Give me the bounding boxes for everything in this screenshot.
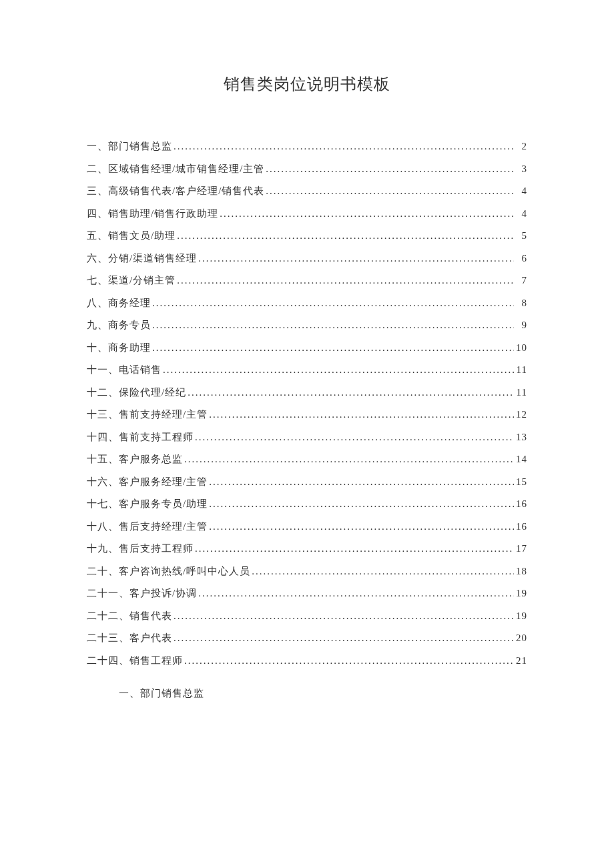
toc-entry: 二十、客户咨询热线/呼叫中心人员18: [87, 566, 527, 576]
toc-leader: [183, 656, 514, 666]
toc-page: 9: [514, 320, 527, 330]
toc-entry: 二、区域销售经理/城市销售经理/主管3: [87, 164, 527, 174]
toc-leader: [176, 276, 514, 286]
toc-label: 一、部门销售总监: [87, 141, 172, 151]
toc-entry: 十九、售后支持工程师17: [87, 544, 527, 554]
toc-entry: 二十四、销售工程师21: [87, 656, 527, 666]
toc-label: 二十一、客户投诉/协调: [87, 588, 197, 598]
toc-entry: 二十三、客户代表20: [87, 633, 527, 643]
toc-label: 十四、售前支持工程师: [87, 432, 194, 442]
toc-entry: 四、销售助理/销售行政助理4: [87, 209, 527, 219]
toc-label: 九、商务专员: [87, 320, 151, 330]
toc-label: 十三、售前支持经理/主管: [87, 410, 208, 420]
toc-label: 二十四、销售工程师: [87, 656, 183, 666]
section-heading: 一、部门销售总监: [87, 687, 527, 700]
toc-entry: 五、销售文员/助理5: [87, 231, 527, 241]
toc-entry: 三、高级销售代表/客户经理/销售代表4: [87, 186, 527, 196]
toc-leader: [186, 388, 514, 398]
toc-entry: 十六、客户服务经理/主管15: [87, 477, 527, 487]
toc-page: 2: [514, 141, 527, 151]
toc-leader: [183, 454, 514, 464]
toc-label: 十一、电话销售: [87, 365, 162, 375]
toc-page: 11: [514, 388, 527, 398]
toc-label: 七、渠道/分销主管: [87, 276, 176, 286]
toc-label: 二十、客户咨询热线/呼叫中心人员: [87, 566, 250, 576]
toc-page: 21: [514, 656, 527, 666]
toc-page: 4: [514, 186, 527, 196]
toc-entry: 二十二、销售代表19: [87, 611, 527, 621]
toc-leader: [264, 164, 514, 174]
toc-leader: [218, 209, 514, 219]
toc-entry: 十四、售前支持工程师13: [87, 432, 527, 442]
toc-label: 十八、售后支持经理/主管: [87, 522, 208, 532]
toc-entry: 十二、保险代理/经纪11: [87, 388, 527, 398]
toc-page: 18: [514, 566, 527, 576]
toc-leader: [151, 343, 514, 353]
toc-leader: [151, 320, 514, 330]
toc-page: 3: [514, 164, 527, 174]
toc-leader: [172, 141, 514, 151]
toc-label: 四、销售助理/销售行政助理: [87, 209, 218, 219]
toc-entry: 九、商务专员9: [87, 320, 527, 330]
toc-label: 十二、保险代理/经纪: [87, 388, 186, 398]
toc-page: 16: [514, 499, 527, 509]
toc-label: 十九、售后支持工程师: [87, 544, 194, 554]
toc-page: 19: [514, 611, 527, 621]
toc-label: 二十二、销售代表: [87, 611, 172, 621]
toc-label: 二、区域销售经理/城市销售经理/主管: [87, 164, 264, 174]
toc-leader: [208, 522, 514, 532]
toc-label: 五、销售文员/助理: [87, 231, 176, 241]
toc-leader: [151, 298, 514, 308]
toc-label: 十七、客户服务专员/助理: [87, 499, 208, 509]
toc-page: 14: [514, 454, 527, 464]
toc-leader: [208, 477, 514, 487]
toc-label: 八、商务经理: [87, 298, 151, 308]
toc-label: 三、高级销售代表/客户经理/销售代表: [87, 186, 264, 196]
toc-entry: 十一、电话销售11: [87, 365, 527, 375]
toc-entry: 十三、售前支持经理/主管12: [87, 410, 527, 420]
table-of-contents: 一、部门销售总监2 二、区域销售经理/城市销售经理/主管3 三、高级销售代表/客…: [87, 141, 527, 666]
toc-entry: 八、商务经理8: [87, 298, 527, 308]
toc-leader: [264, 186, 514, 196]
toc-leader: [172, 633, 514, 643]
toc-label: 十五、客户服务总监: [87, 454, 183, 464]
toc-leader: [208, 499, 514, 509]
toc-page: 10: [514, 343, 527, 353]
toc-page: 17: [514, 544, 527, 554]
toc-entry: 七、渠道/分销主管7: [87, 276, 527, 286]
toc-leader: [176, 231, 514, 241]
toc-page: 4: [514, 209, 527, 219]
toc-leader: [172, 611, 514, 621]
toc-entry: 十八、售后支持经理/主管16: [87, 522, 527, 532]
toc-page: 15: [514, 477, 527, 487]
toc-leader: [194, 544, 514, 554]
toc-entry: 十七、客户服务专员/助理16: [87, 499, 527, 509]
toc-page: 11: [514, 365, 527, 375]
toc-leader: [208, 410, 514, 420]
toc-entry: 二十一、客户投诉/协调19: [87, 588, 527, 598]
toc-entry: 六、分销/渠道销售经理6: [87, 254, 527, 264]
toc-leader: [250, 566, 514, 576]
toc-page: 20: [514, 633, 527, 643]
toc-leader: [162, 365, 514, 375]
toc-page: 12: [514, 410, 527, 420]
toc-entry: 十、商务助理10: [87, 343, 527, 353]
toc-leader: [194, 432, 514, 442]
toc-page: 6: [514, 254, 527, 264]
toc-page: 16: [514, 522, 527, 532]
toc-page: 13: [514, 432, 527, 442]
toc-entry: 一、部门销售总监2: [87, 141, 527, 151]
toc-label: 十、商务助理: [87, 343, 151, 353]
toc-page: 7: [514, 276, 527, 286]
toc-page: 19: [514, 588, 527, 598]
toc-leader: [197, 588, 514, 598]
document-title: 销售类岗位说明书模板: [87, 73, 527, 95]
toc-label: 十六、客户服务经理/主管: [87, 477, 208, 487]
toc-label: 六、分销/渠道销售经理: [87, 254, 197, 264]
toc-leader: [197, 254, 514, 264]
toc-entry: 十五、客户服务总监14: [87, 454, 527, 464]
toc-page: 8: [514, 298, 527, 308]
toc-page: 5: [514, 231, 527, 241]
toc-label: 二十三、客户代表: [87, 633, 172, 643]
